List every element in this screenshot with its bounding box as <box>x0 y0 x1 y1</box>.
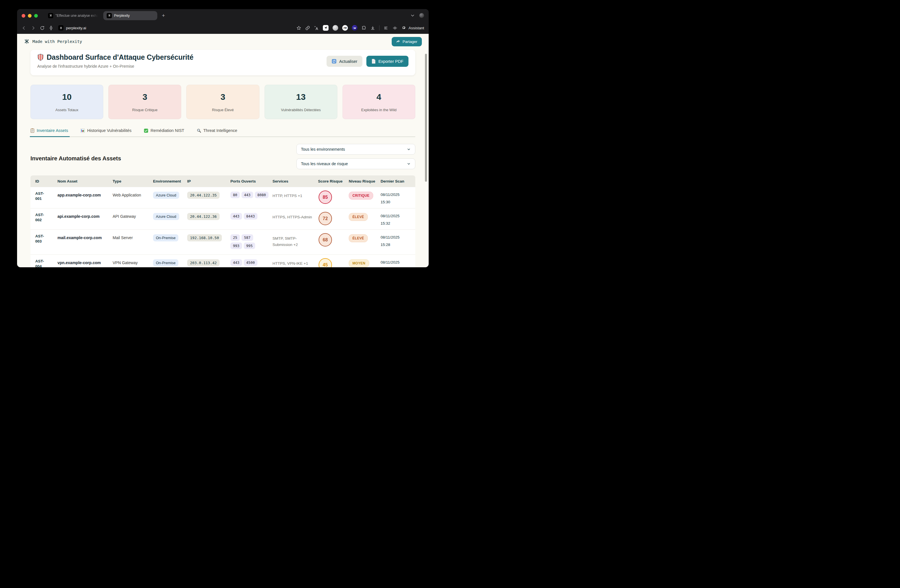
stat-value: 3 <box>220 92 225 102</box>
asset-type: Mail Server <box>113 234 153 240</box>
extension-paper-plane-icon[interactable] <box>323 25 329 31</box>
port-badge: 4500 <box>244 259 258 266</box>
table-row[interactable]: AST-002 api.example-corp.com API Gateway… <box>30 208 415 229</box>
tab-remediation-nist[interactable]: Remédiation NIST <box>144 128 184 136</box>
tab-historique-vulnerabilites[interactable]: Historique Vulnérabilités <box>81 128 132 136</box>
col-services: Services <box>273 179 318 183</box>
made-with-label: Made with Perplexity <box>33 39 82 44</box>
extension-rm-icon[interactable]: rM <box>342 25 348 31</box>
perplexity-favicon-icon <box>107 13 112 18</box>
tab-label: Inventaire Assets <box>37 128 68 133</box>
table-row[interactable]: AST-003 mail.example-corp.com Mail Serve… <box>30 229 415 254</box>
browser-tab-1[interactable]: "Effectue une analyse exhau <box>45 11 102 20</box>
page-title: Dashboard Surface d'Attaque Cybersécurit… <box>47 53 194 62</box>
profile-avatar[interactable] <box>419 13 424 18</box>
refresh-label: Actualiser <box>339 59 357 64</box>
risk-score-badge: 72 <box>318 212 332 225</box>
section-title: Inventaire Automatisé des Assets <box>30 155 121 162</box>
reading-list-icon[interactable] <box>383 26 388 31</box>
copy-link-icon[interactable] <box>305 26 310 31</box>
assistant-label: Assistant <box>408 26 424 30</box>
perplexity-favicon-icon <box>48 13 53 18</box>
web-page: Made with Perplexity Partager <box>17 34 429 267</box>
extension-blob-icon[interactable] <box>332 25 338 31</box>
table-row[interactable]: AST-001 app.example-corp.com Web Applica… <box>30 187 415 208</box>
risk-score-badge: 45 <box>318 258 332 267</box>
risk-level-filter-select[interactable]: Tous les niveaux de risque <box>296 158 415 169</box>
page-scrollbar[interactable] <box>425 54 427 182</box>
export-pdf-button[interactable]: Exporter PDF <box>366 56 408 67</box>
stat-label: Risque Critique <box>132 108 158 112</box>
risk-score-badge: 85 <box>318 190 332 204</box>
close-window-button[interactable] <box>22 14 25 18</box>
tab-label: Remédiation NIST <box>151 128 184 133</box>
col-scan: Dernier Scan <box>380 179 411 183</box>
assets-table: ID Nom Asset Type Environnement IP Ports… <box>30 175 415 267</box>
stat-label: Vulnérabilités Détectées <box>281 108 321 112</box>
asset-id: AST-003 <box>35 234 57 244</box>
stat-card-assets: 10 Assets Totaux <box>30 85 103 119</box>
asset-id: AST-001 <box>35 191 57 201</box>
tab-threat-intelligence[interactable]: Threat Intelligence <box>197 128 237 136</box>
tab-overview-chevron-icon[interactable] <box>410 13 415 18</box>
stat-value: 13 <box>296 92 306 102</box>
share-button[interactable]: Partager <box>392 37 422 46</box>
environment-badge: On-Premise <box>153 259 178 266</box>
port-badge: 443 <box>230 213 242 220</box>
perplexity-site-icon <box>58 25 64 31</box>
ip-address: 203.0.113.42 <box>187 259 220 266</box>
services: SMTP, SMTP-Submission +2 <box>273 234 318 248</box>
downloads-icon[interactable] <box>370 26 375 31</box>
ip-address: 192.168.10.50 <box>187 234 222 241</box>
asset-name: app.example-corp.com <box>57 191 113 197</box>
stat-card-vulnerabilities: 13 Vulnérabilités Détectées <box>265 85 337 119</box>
port-badge: 8443 <box>244 213 258 220</box>
stat-card-exploited: 4 Exploitées in the Wild <box>343 85 415 119</box>
environment-badge: Azure Cloud <box>153 213 179 220</box>
port-badge: 443 <box>230 259 242 266</box>
tab-title: Perplexity <box>114 14 130 18</box>
minimize-window-button[interactable] <box>28 14 31 18</box>
asset-type: API Gateway <box>113 212 153 219</box>
voice-waveform-icon[interactable] <box>392 26 398 31</box>
port-badge: 587 <box>242 234 253 241</box>
last-scan: 08/11/202515:32 <box>380 212 411 227</box>
zoom-window-button[interactable] <box>34 14 38 18</box>
tab-inventaire-assets[interactable]: Inventaire Assets <box>30 128 68 136</box>
assistant-button[interactable]: Assistant <box>402 26 424 31</box>
stat-value: 4 <box>377 92 382 102</box>
document-icon <box>371 59 376 64</box>
last-scan: 08/11/202515:28 <box>380 234 411 248</box>
new-tab-button[interactable]: + <box>162 12 165 19</box>
port-badge: 8080 <box>255 192 268 198</box>
forward-button[interactable] <box>31 26 36 31</box>
back-button[interactable] <box>22 26 26 31</box>
address-bar[interactable]: perplexity.ai <box>58 25 86 31</box>
view-tabs: Inventaire Assets Historique Vulnérabili… <box>30 128 415 137</box>
col-score: Score Risque <box>318 179 349 183</box>
url-text: perplexity.ai <box>66 26 86 30</box>
col-env: Environnement <box>153 179 187 183</box>
extension-w-icon[interactable]: W <box>352 25 358 31</box>
table-header: ID Nom Asset Type Environnement IP Ports… <box>30 175 415 187</box>
browser-tab-2-active[interactable]: Perplexity <box>103 11 157 20</box>
col-name: Nom Asset <box>57 179 113 183</box>
table-row[interactable]: AST-004 vpn.example-corp.com VPN Gateway… <box>30 254 415 267</box>
ip-address: 20.44.122.35 <box>187 192 220 199</box>
reload-button[interactable] <box>40 26 45 31</box>
extensions-puzzle-icon[interactable] <box>362 26 366 31</box>
col-type: Type <box>113 179 153 183</box>
asset-type: VPN Gateway <box>113 259 153 265</box>
refresh-button[interactable]: Actualiser <box>327 56 362 67</box>
share-label: Partager <box>402 40 417 44</box>
risk-level-badge: MOYEN <box>349 259 369 267</box>
bookmark-star-icon[interactable] <box>296 26 301 31</box>
port-badge: 995 <box>244 243 255 249</box>
services: HTTPS, VPN-IKE +1 <box>273 259 318 267</box>
microphone-icon[interactable] <box>49 26 53 31</box>
check-icon <box>144 128 148 133</box>
stat-label: Risque Élevé <box>212 108 234 112</box>
dashboard-header-card: Dashboard Surface d'Attaque Cybersécurit… <box>30 50 415 75</box>
environment-filter-select[interactable]: Tous les environnements <box>296 144 415 155</box>
translate-icon[interactable] <box>314 26 319 31</box>
